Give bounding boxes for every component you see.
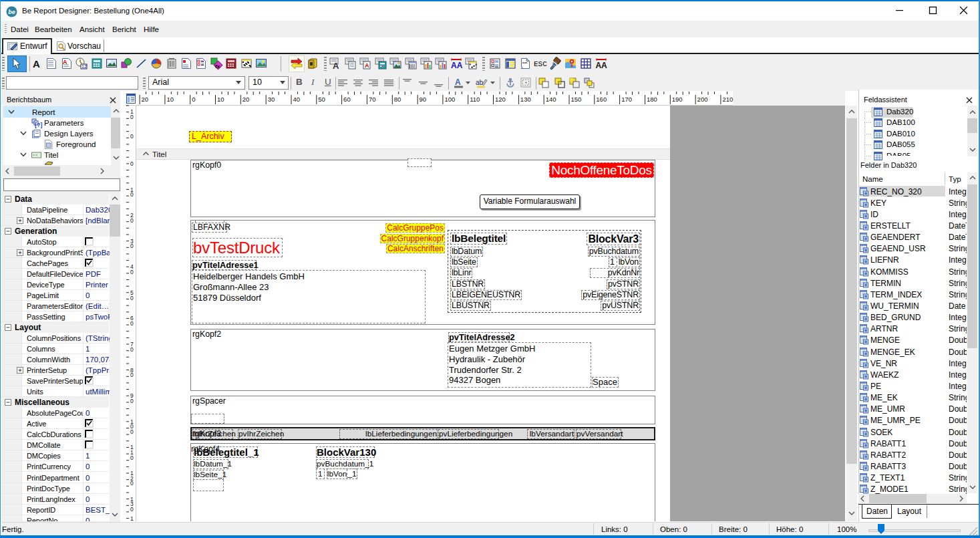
svg-text:A: A	[365, 62, 369, 69]
svg-text:[?]: [?]	[35, 122, 43, 128]
svg-text:A: A	[63, 59, 67, 65]
svg-text:AA: AA	[451, 61, 463, 70]
svg-text:be: be	[8, 9, 15, 15]
svg-text:AA: AA	[595, 61, 607, 70]
svg-text:fx: fx	[215, 63, 220, 70]
svg-text:ESC: ESC	[534, 60, 547, 68]
svg-text:12: 12	[81, 64, 87, 69]
svg-text:A: A	[455, 78, 461, 87]
svg-text:ab: ab	[476, 79, 484, 86]
svg-text:A: A	[333, 61, 339, 71]
svg-text:A: A	[33, 58, 40, 70]
